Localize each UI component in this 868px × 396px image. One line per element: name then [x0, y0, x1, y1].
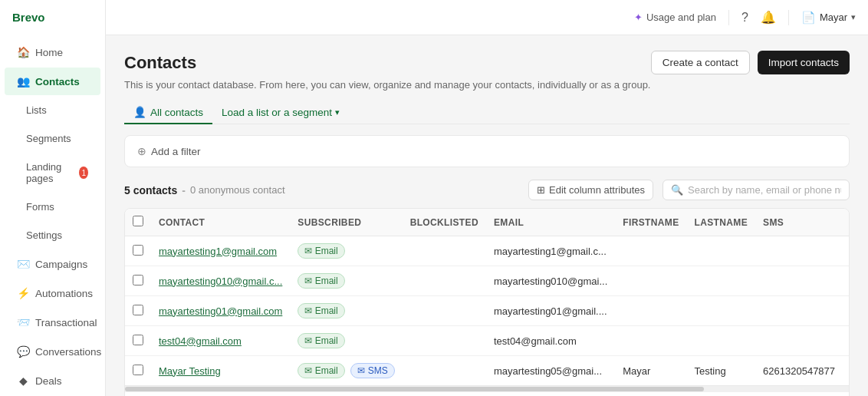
row-last-4: 0( [843, 356, 850, 386]
row-subscribed-2: ✉ Email [290, 296, 402, 326]
row-subscribed-1: ✉ Email [290, 266, 402, 296]
contacts-table: CONTACT SUBSCRIBED BLOCKLISTED EMAIL FIR… [125, 209, 850, 385]
subscribed-badge-3: ✉ Email [298, 333, 344, 348]
row-blocklisted-2 [403, 296, 486, 326]
row-firstname-4: Mayar [615, 356, 686, 386]
sidebar-item-campaigns[interactable]: ✉️ Campaigns [5, 250, 100, 278]
horizontal-scrollbar[interactable] [125, 385, 849, 391]
sidebar-item-conversations[interactable]: 💬 Conversations [5, 338, 100, 365]
help-icon: ? [741, 11, 748, 25]
brevo-logo: Brevo [0, 0, 105, 38]
chevron-down-icon-tab: ▾ [335, 107, 340, 117]
row-sms-4: 6261320547877 [755, 356, 843, 386]
user-icon: 📄 [801, 11, 816, 25]
bell-icon: 🔔 [761, 10, 776, 25]
row-last-2: 1( [843, 296, 850, 326]
table-body: mayartesting1@gmail.com ✉ Email mayartes… [125, 236, 850, 386]
row-email-0: mayartesting1@gmail.c... [486, 236, 615, 266]
col-blocklisted: BLOCKLISTED [403, 209, 486, 236]
edit-columns-button[interactable]: ⊞ Edit column attributes [528, 180, 653, 200]
col-last: L [843, 209, 850, 236]
automations-icon: ⚡ [17, 287, 29, 299]
filter-plus-icon: ⊕ [137, 145, 146, 157]
sidebar-item-forms[interactable]: Forms [5, 193, 100, 220]
contact-link-1[interactable]: mayartesting010@gmail.c... [159, 276, 282, 287]
row-checkbox-1[interactable] [133, 275, 143, 285]
sidebar-item-home-label: Home [35, 47, 63, 58]
row-checkbox-2[interactable] [133, 305, 143, 315]
tab-load-segment[interactable]: Load a list or a segment ▾ [215, 102, 346, 123]
tab-load-segment-label: Load a list or a segment [222, 107, 332, 118]
help-button[interactable]: ? [741, 11, 748, 25]
row-contact-1: mayartesting010@gmail.c... [151, 266, 290, 296]
sidebar-item-segments[interactable]: Segments [5, 125, 100, 152]
select-all-checkbox[interactable] [133, 216, 143, 226]
sidebar-item-transactional[interactable]: 📨 Transactional [5, 309, 100, 336]
row-contact-2: mayartesting01@gmail.com [151, 296, 290, 326]
row-last-3: 14 [843, 326, 850, 356]
row-blocklisted-0 [403, 236, 486, 266]
import-contacts-button[interactable]: Import contacts [758, 51, 850, 74]
filter-bar[interactable]: ⊕ Add a filter [124, 135, 850, 167]
row-contact-4: Mayar Testing [151, 356, 290, 386]
row-firstname-0 [615, 236, 686, 266]
contact-link-3[interactable]: test04@gmail.com [159, 335, 242, 347]
table-actions: ⊞ Edit column attributes 🔍 [528, 180, 850, 200]
col-contact: CONTACT [151, 209, 290, 236]
row-firstname-1 [615, 266, 686, 296]
row-subscribed-0: ✉ Email [290, 236, 402, 266]
sidebar-item-lists[interactable]: Lists [5, 97, 100, 124]
sidebar-item-deals[interactable]: ◆ Deals [5, 367, 100, 394]
sidebar-item-landing-pages[interactable]: Landing pages 1 [5, 153, 100, 192]
contact-link-0[interactable]: mayartesting1@gmail.com [159, 246, 277, 257]
row-email-4: mayartesting05@gmai... [486, 356, 615, 386]
row-lastname-1 [687, 266, 756, 296]
sidebar-item-contacts-label: Contacts [35, 76, 80, 87]
row-checkbox-0[interactable] [133, 245, 143, 256]
user-menu[interactable]: 📄 Mayar ▾ [801, 11, 856, 25]
create-contact-button[interactable]: Create a contact [651, 51, 750, 74]
dash-separator: - [182, 184, 186, 196]
sidebar-item-home[interactable]: 🏠 Home [5, 38, 100, 66]
sidebar-item-automations[interactable]: ⚡ Automations [5, 279, 100, 307]
deals-icon: ◆ [17, 375, 29, 387]
sidebar-item-campaigns-label: Campaigns [35, 259, 87, 270]
search-box: 🔍 [663, 180, 850, 200]
columns-icon: ⊞ [537, 184, 545, 196]
contact-link-2[interactable]: mayartesting01@gmail.com [159, 305, 282, 317]
tab-all-contacts[interactable]: 👤 All contacts [124, 101, 212, 124]
main-area: ✦ Usage and plan ? 🔔 📄 Mayar ▾ Contacts … [106, 0, 868, 396]
sidebar-item-contacts[interactable]: 👥 Contacts [5, 68, 100, 95]
sidebar-item-forms-label: Forms [26, 201, 54, 213]
row-checkbox-4[interactable] [133, 365, 143, 375]
contact-link-4[interactable]: Mayar Testing [159, 365, 221, 377]
top-navigation: ✦ Usage and plan ? 🔔 📄 Mayar ▾ [106, 0, 868, 35]
sidebar-item-lists-label: Lists [26, 104, 47, 116]
sparkles-icon: ✦ [634, 12, 643, 23]
notifications-button[interactable]: 🔔 [761, 10, 776, 25]
subscribed-badge-4: ✉ Email [298, 363, 344, 378]
row-checkbox-cell [125, 236, 151, 266]
row-last-0: 1( [843, 236, 850, 266]
landing-pages-badge: 1 [79, 167, 88, 179]
col-email: EMAIL [486, 209, 615, 236]
usage-plan-button[interactable]: ✦ Usage and plan [634, 12, 716, 23]
row-checkbox-cell [125, 326, 151, 356]
sidebar-item-settings[interactable]: Settings [5, 222, 100, 249]
row-subscribed-3: ✉ Email [290, 326, 402, 356]
table-row: mayartesting1@gmail.com ✉ Email mayartes… [125, 236, 850, 266]
row-sms-2 [755, 296, 843, 326]
row-email-1: mayartesting010@gmai... [486, 266, 615, 296]
row-checkbox-3[interactable] [133, 335, 143, 345]
anon-count: 0 anonymous contact [190, 184, 285, 196]
row-email-3: test04@gmail.com [486, 326, 615, 356]
search-input[interactable] [688, 184, 841, 196]
col-subscribed: SUBSCRIBED [290, 209, 402, 236]
table-row: mayartesting010@gmail.c... ✉ Email mayar… [125, 266, 850, 296]
subscribed-badge-2: ✉ Email [298, 303, 344, 318]
table-meta: 5 contacts - 0 anonymous contact ⊞ Edit … [124, 180, 850, 200]
row-checkbox-cell [125, 266, 151, 296]
row-checkbox-cell [125, 356, 151, 386]
conversations-icon: 💬 [17, 345, 29, 358]
sidebar-item-transactional-label: Transactional [35, 317, 97, 328]
